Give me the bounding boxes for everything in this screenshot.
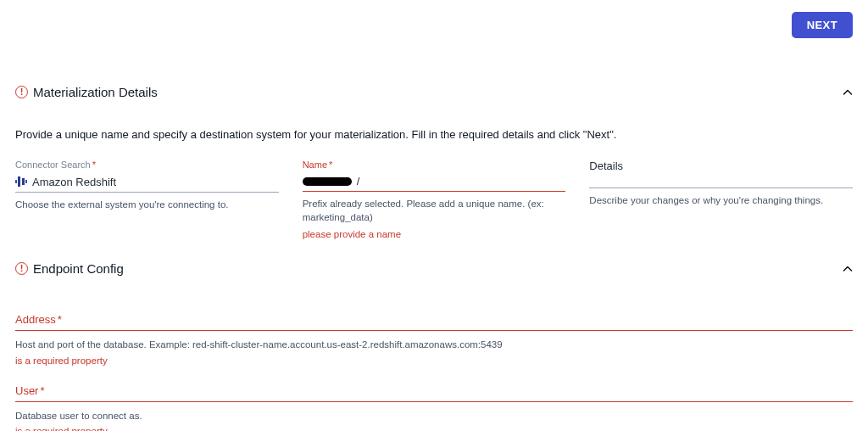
name-separator: / xyxy=(357,175,360,188)
address-field: Address* Host and port of the database. … xyxy=(15,313,853,366)
section-title-wrap: Materialization Details xyxy=(15,85,158,99)
fields-row: Connector Search* Amazon Redshift Choose… xyxy=(15,160,853,239)
alert-icon xyxy=(15,86,28,98)
name-error: please provide a name xyxy=(303,229,566,239)
details-field: Details Describe your changes or why you… xyxy=(589,160,853,239)
top-bar: NEXT xyxy=(792,12,853,38)
connector-search-input[interactable]: Amazon Redshift xyxy=(15,173,279,193)
alert-icon xyxy=(15,262,28,275)
address-input[interactable] xyxy=(15,327,853,331)
address-help: Host and port of the database. Example: … xyxy=(15,338,853,352)
section-header-endpoint[interactable]: Endpoint Config xyxy=(15,261,853,276)
section-title-endpoint: Endpoint Config xyxy=(33,261,124,276)
redshift-icon xyxy=(15,175,27,188)
section-endpoint-config: Endpoint Config Address* Host and port o… xyxy=(15,261,853,431)
svg-rect-0 xyxy=(18,176,20,187)
chevron-up-icon xyxy=(843,87,853,98)
connector-search-help: Choose the external system you're connec… xyxy=(15,198,279,211)
connector-search-field: Connector Search* Amazon Redshift Choose… xyxy=(15,160,279,239)
svg-rect-3 xyxy=(25,180,27,183)
user-help: Database user to connect as. xyxy=(15,409,853,423)
section-description: Provide a unique name and specify a dest… xyxy=(15,128,853,141)
user-input[interactable] xyxy=(15,399,853,402)
section-header-materialization[interactable]: Materialization Details xyxy=(15,85,853,99)
details-input[interactable] xyxy=(589,174,853,188)
address-error: is a required property xyxy=(15,355,853,366)
connector-search-value: Amazon Redshift xyxy=(32,176,116,188)
details-label: Details xyxy=(589,160,853,172)
user-field: User* Database user to connect as. is a … xyxy=(15,384,853,431)
endpoint-fields: Address* Host and port of the database. … xyxy=(15,313,853,431)
section-materialization-details: Materialization Details Provide a unique… xyxy=(15,85,853,239)
name-field: Name* / Prefix already selected. Please … xyxy=(303,160,566,239)
next-button[interactable]: NEXT xyxy=(792,12,853,38)
section-title-wrap-endpoint: Endpoint Config xyxy=(15,261,124,276)
chevron-up-icon xyxy=(843,264,853,274)
svg-rect-2 xyxy=(15,180,17,183)
redacted-prefix xyxy=(303,177,352,186)
connector-search-label: Connector Search* xyxy=(15,160,279,170)
name-help: Prefix already selected. Please add a un… xyxy=(303,197,566,224)
details-help: Describe your changes or why you're chan… xyxy=(589,193,853,207)
section-title: Materialization Details xyxy=(33,85,158,99)
name-label: Name* xyxy=(303,160,566,170)
address-label: Address* xyxy=(15,313,853,326)
user-label: User* xyxy=(15,384,853,397)
name-input[interactable]: / xyxy=(303,173,566,192)
svg-rect-1 xyxy=(22,178,25,185)
user-error: is a required property xyxy=(15,426,853,431)
